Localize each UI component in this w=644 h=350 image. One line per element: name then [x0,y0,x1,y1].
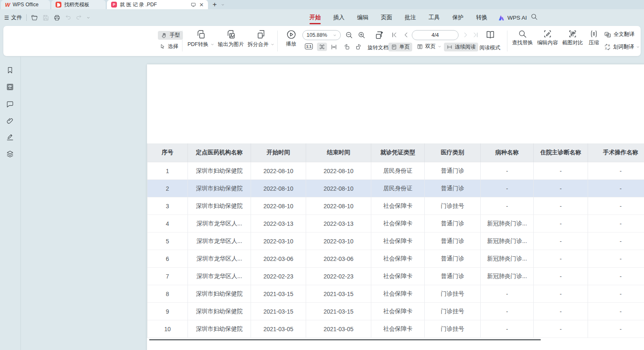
thumbnails-icon[interactable] [6,83,14,91]
word-translate-icon: 文 A [604,43,611,51]
table-cell: 社会保障卡 [371,303,425,320]
single-page-button[interactable]: 单页 [388,43,412,51]
chevron-down-icon [438,45,441,49]
table-cell: 新冠肺炎门诊... [481,215,534,232]
pdf-convert-button[interactable]: W PDF转换 [186,29,216,48]
hand-tool-button[interactable]: 手型 [158,31,183,40]
fit-page-button[interactable] [317,43,327,51]
zoom-out-icon[interactable] [345,31,353,39]
table-cell: 门诊挂号 [425,320,481,338]
table-row[interactable]: 2深圳市妇幼保健院2022-08-102022-08-10居民身份证普通门诊--… [147,180,644,197]
read-mode-button[interactable]: 阅读模式 [479,44,500,51]
screen-share-icon[interactable] [190,2,196,8]
edit-content-button[interactable]: 编辑内容 [535,29,560,46]
rotate-right-icon[interactable] [355,43,362,51]
layers-icon[interactable] [6,150,14,158]
tab-document-pdf[interactable]: P 就 医 记 录 .PDF ✕ [107,0,208,9]
full-translate-icon: A 文 [604,31,611,38]
table-cell: 普通门诊 [425,250,481,268]
ribbon-tab-insert[interactable]: 插入 [327,9,351,26]
next-page-icon[interactable] [462,31,469,38]
signature-icon[interactable] [6,133,14,141]
split-merge-button[interactable]: 拆分合并 [246,29,276,48]
first-page-icon[interactable] [391,31,398,38]
table-cell: 2022-08-10 [251,162,306,180]
pdf-page[interactable]: 序号定点医药机构名称开始时间结束时间就诊凭证类型医疗类别病种名称住院主诊断名称手… [147,64,644,350]
ribbon-tab-protect[interactable]: 保护 [446,9,470,26]
last-page-icon[interactable] [472,31,479,38]
table-cell: 社会保障卡 [371,197,425,215]
table-cell: 深圳市龙华区人... [188,232,251,250]
table-row[interactable]: 1深圳市妇幼保健院2022-08-102022-08-10居民身份证普通门诊--… [147,162,644,180]
ribbon-tab-edit[interactable]: 编辑 [351,9,375,26]
wps-ai-button[interactable]: WPS AI [498,9,527,26]
new-tab-button[interactable]: + [213,0,217,9]
table-row[interactable]: 9深圳市妇幼保健院2021-03-152021-03-15社会保障卡门诊挂号--… [147,303,644,320]
table-cell: 社会保障卡 [371,250,425,268]
full-translate-button[interactable]: A 文 全文翻译 [604,31,634,38]
table-cell: 深圳市龙华区人... [188,215,251,232]
search-icon[interactable] [530,13,538,20]
tab-docer-templates[interactable]: 找稻壳模板 [51,0,106,9]
table-cell: - [588,180,644,197]
play-button[interactable]: 播放 [281,29,301,48]
zoom-level-select[interactable]: 105.88% [302,30,341,40]
wps-ai-icon [498,15,505,21]
table-cell: 2021-03-15 [251,285,306,303]
export-image-button[interactable]: 输出为图片 [216,29,246,48]
double-page-button[interactable]: 双页 [417,43,441,50]
table-row[interactable]: 5深圳市龙华区人...2022-03-102022-03-10社会保障卡普通门诊… [147,232,644,250]
tab-list-chevron-icon[interactable] [221,3,225,7]
column-header: 就诊凭证类型 [371,143,425,162]
zoom-in-icon[interactable] [357,31,366,39]
table-cell: 社会保障卡 [371,215,425,232]
table-row[interactable]: 4深圳市龙华区人...2022-03-132022-03-13社会保障卡普通门诊… [147,215,644,232]
continuous-read-button[interactable]: 连续阅读 [444,43,478,51]
table-cell: 2021-03-15 [306,285,371,303]
table-row[interactable]: 10深圳市妇幼保健院2021-03-052021-03-05社会保障卡门诊挂号-… [147,320,644,338]
select-tool-button[interactable]: 选择 [160,43,178,50]
close-tab-icon[interactable]: ✕ [199,2,204,8]
tab-wps-office[interactable]: W WPS Office [1,0,50,9]
bookmarks-icon[interactable] [6,66,14,74]
page-number-input[interactable] [412,30,459,40]
word-translate-button[interactable]: 文 A 划词翻译 [604,43,640,51]
compress-button[interactable]: 压缩 [585,29,603,46]
ribbon-tab-convert[interactable]: 转换 [470,9,494,26]
ribbon-tab-tools[interactable]: 工具 [422,9,446,26]
comments-icon[interactable] [6,100,14,108]
table-cell: - [534,320,588,338]
table-cell: 1 [147,162,188,180]
rotate-doc-button[interactable]: 旋转文档 [368,44,388,51]
table-cell: 门诊挂号 [425,303,481,320]
print-icon[interactable] [53,14,61,21]
fit-width-icon[interactable] [330,43,337,51]
quickbar-chevron-icon[interactable] [86,16,90,20]
table-row[interactable]: 8深圳市妇幼保健院2021-03-152021-03-15社会保障卡门诊挂号--… [147,285,644,303]
rotate-left-icon[interactable] [343,43,350,51]
document-viewport[interactable]: 序号定点医药机构名称开始时间结束时间就诊凭证类型医疗类别病种名称住院主诊断名称手… [21,56,644,350]
redo-icon[interactable] [76,14,82,21]
previous-page-icon[interactable] [403,31,410,38]
fit-page-icon [319,43,325,50]
ribbon-tab-annotate[interactable]: 批注 [398,9,422,26]
table-row[interactable]: 6深圳市龙华区人...2022-03-062022-03-06社会保障卡普通门诊… [147,250,644,268]
table-row[interactable]: 3深圳市妇幼保健院2022-08-102022-08-10社会保障卡门诊挂号--… [147,197,644,215]
table-horizontal-scrollbar[interactable] [149,339,541,340]
attachments-icon[interactable] [6,117,14,125]
open-file-icon[interactable] [31,14,38,21]
undo-icon[interactable] [65,14,71,21]
column-header: 开始时间 [251,143,306,162]
file-menu-button[interactable]: ☰ 文件 [4,14,22,21]
table-cell: 2022-03-13 [251,215,306,232]
table-row[interactable]: 7深圳市龙华区人...2022-02-232022-02-23社会保障卡普通门诊… [147,268,644,285]
table-cell: - [534,285,588,303]
ribbon-tab-page[interactable]: 页面 [375,9,398,26]
screenshot-compare-button[interactable]: 截图对比 [560,29,585,46]
save-icon[interactable] [42,14,49,21]
double-page-icon [417,43,423,50]
ribbon-tab-home[interactable]: 开始 [303,9,327,26]
swap-pages-icon[interactable] [374,30,384,40]
find-replace-button[interactable]: 查找替换 [510,29,535,46]
actual-size-button[interactable]: 1:1 [305,43,313,49]
